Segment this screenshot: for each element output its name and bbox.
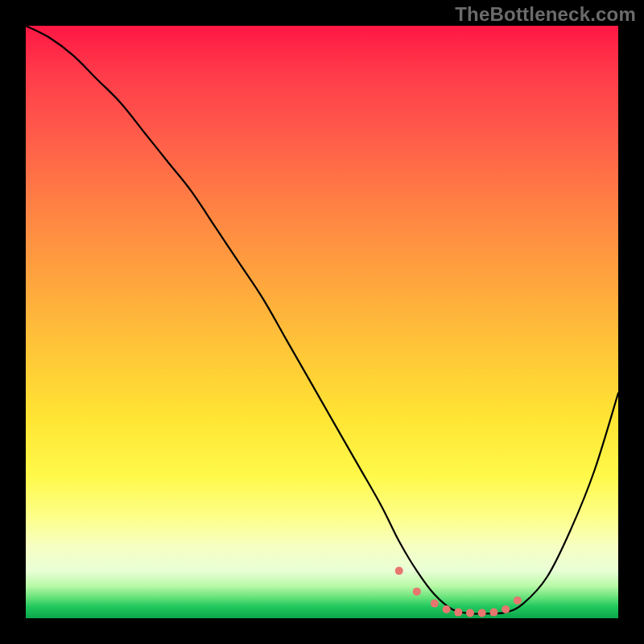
valley-point — [454, 609, 462, 617]
valley-point — [431, 600, 439, 608]
valley-point — [514, 597, 522, 605]
valley-point — [502, 605, 510, 613]
valley-point — [395, 567, 403, 575]
curve-layer — [26, 26, 618, 618]
valley-point — [478, 609, 486, 617]
valley-point — [466, 609, 474, 617]
plot-area — [26, 26, 618, 618]
attribution-watermark: TheBottleneck.com — [455, 3, 636, 26]
valley-point — [443, 605, 451, 613]
valley-point — [489, 609, 497, 617]
valley-accent-points — [395, 567, 522, 617]
bottleneck-curve — [26, 26, 618, 614]
chart-frame: TheBottleneck.com — [0, 0, 644, 644]
valley-point — [413, 588, 421, 596]
